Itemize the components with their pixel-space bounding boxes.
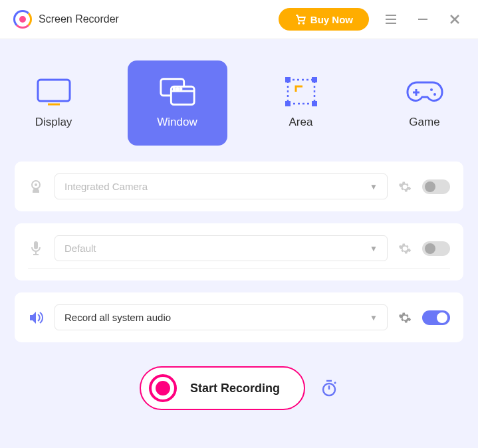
start-recording-button[interactable]: Start Recording xyxy=(140,366,305,410)
close-icon[interactable] xyxy=(445,9,465,29)
svg-point-23 xyxy=(430,88,433,91)
mode-label: Window xyxy=(157,116,197,129)
audio-select[interactable]: Record all system audio ▼ xyxy=(55,304,388,330)
cart-icon xyxy=(295,13,306,25)
chevron-down-icon: ▼ xyxy=(370,313,378,322)
camera-panel: Integrated Camera ▼ xyxy=(15,162,463,211)
buy-now-button[interactable]: Buy Now xyxy=(279,8,369,31)
camera-settings-button[interactable] xyxy=(398,180,412,193)
svg-rect-17 xyxy=(285,77,291,82)
chevron-down-icon: ▼ xyxy=(370,244,378,253)
svg-point-26 xyxy=(35,183,37,186)
mode-game[interactable]: Game xyxy=(375,60,475,146)
camera-icon xyxy=(28,179,44,194)
audio-toggle[interactable] xyxy=(422,310,450,325)
camera-value: Integrated Camera xyxy=(64,181,148,192)
speaker-icon xyxy=(28,311,44,324)
mode-selector: Display Window Area xyxy=(0,39,478,162)
record-label: Start Recording xyxy=(190,382,280,395)
svg-rect-20 xyxy=(312,101,317,106)
app-logo-icon xyxy=(13,10,32,29)
svg-rect-8 xyxy=(38,80,70,101)
mode-label: Game xyxy=(409,116,439,129)
menu-icon[interactable] xyxy=(381,9,401,29)
mode-area[interactable]: Area xyxy=(251,60,351,146)
timer-button[interactable] xyxy=(320,379,338,397)
bottom-bar: Start Recording xyxy=(0,342,478,434)
audio-value: Record all system audio xyxy=(64,312,171,323)
area-icon xyxy=(283,77,320,106)
minimize-icon[interactable] xyxy=(413,9,433,29)
audio-settings-button[interactable] xyxy=(398,311,412,324)
svg-point-1 xyxy=(303,23,304,24)
mic-level-line xyxy=(28,268,450,269)
window-icon xyxy=(159,77,196,106)
mic-settings-button[interactable] xyxy=(398,242,412,255)
mode-window[interactable]: Window xyxy=(128,60,227,146)
svg-point-24 xyxy=(433,93,436,96)
game-icon xyxy=(406,77,443,106)
svg-rect-19 xyxy=(285,101,291,106)
svg-point-0 xyxy=(299,23,300,24)
svg-point-13 xyxy=(174,88,175,89)
mode-label: Area xyxy=(289,116,313,129)
svg-point-15 xyxy=(179,88,181,89)
chevron-down-icon: ▼ xyxy=(370,182,378,191)
audio-panel: Record all system audio ▼ xyxy=(15,292,463,342)
svg-rect-16 xyxy=(288,80,314,104)
app-title: Screen Recorder xyxy=(39,13,119,25)
mode-display[interactable]: Display xyxy=(4,60,104,146)
record-icon xyxy=(149,374,177,402)
mode-label: Display xyxy=(35,116,72,129)
camera-select[interactable]: Integrated Camera ▼ xyxy=(55,173,388,199)
svg-line-33 xyxy=(334,382,336,384)
buy-label: Buy Now xyxy=(310,14,353,25)
mic-panel: Default ▼ xyxy=(15,223,463,280)
svg-rect-18 xyxy=(312,77,317,82)
svg-point-14 xyxy=(176,88,178,89)
mic-icon xyxy=(28,241,44,257)
titlebar: Screen Recorder Buy Now xyxy=(0,0,478,39)
camera-toggle[interactable] xyxy=(422,179,450,194)
svg-rect-27 xyxy=(34,241,38,249)
mic-value: Default xyxy=(64,243,96,254)
display-icon xyxy=(35,77,72,106)
mic-select[interactable]: Default ▼ xyxy=(55,235,388,261)
mic-toggle[interactable] xyxy=(422,241,450,256)
